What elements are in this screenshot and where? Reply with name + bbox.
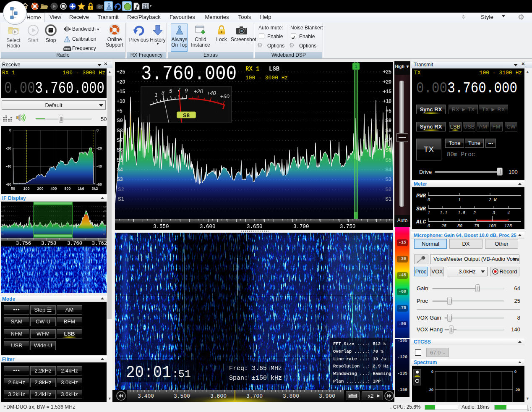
svg-text:+15: +15: [383, 89, 392, 94]
svg-text:-40: -40: [6, 164, 11, 168]
svg-text:ALC: ALC: [416, 219, 426, 225]
svg-text:0: 0: [431, 370, 433, 374]
svg-text:S5: S5: [385, 157, 391, 163]
svg-text:0.003.760.000: 0.003.760.000: [4, 79, 104, 97]
svg-text:S2: S2: [118, 186, 124, 192]
svg-text:S1: S1: [385, 196, 391, 202]
svg-text:25: 25: [441, 224, 446, 228]
svg-text:S1: S1: [1, 233, 4, 236]
svg-text:0: 0: [96, 128, 99, 132]
svg-text:400: 400: [50, 186, 57, 191]
svg-text:1: 1: [428, 211, 430, 215]
svg-text:800: 800: [64, 186, 70, 191]
svg-text:S5: S5: [103, 224, 105, 226]
svg-text:S1: S1: [103, 233, 105, 236]
svg-text:S8: S8: [183, 112, 190, 118]
svg-text:3.760.000: 3.760.000: [141, 63, 237, 85]
svg-text:50: 50: [457, 224, 462, 228]
svg-text:S4: S4: [117, 167, 123, 173]
svg-text:+10: +10: [383, 98, 392, 104]
svg-text:100: 100: [23, 186, 29, 191]
svg-text:-60: -60: [6, 182, 11, 186]
svg-text:1k6: 1k6: [78, 186, 84, 191]
svg-text:+20: +20: [1, 205, 5, 208]
svg-text:-40: -40: [96, 164, 102, 168]
svg-text:+20: +20: [194, 88, 203, 94]
svg-text:S5: S5: [1, 224, 4, 226]
svg-text:S4: S4: [385, 167, 391, 173]
svg-text:S7: S7: [117, 137, 123, 143]
svg-text:S3: S3: [385, 176, 391, 182]
svg-text:0: 0: [428, 224, 430, 228]
svg-text:+10: +10: [1, 210, 5, 213]
svg-text:0: 0: [514, 370, 516, 374]
svg-text:200: 200: [37, 186, 43, 191]
svg-text:S3: S3: [117, 176, 123, 182]
svg-text:+20: +20: [117, 79, 125, 85]
svg-text:0: 0: [428, 198, 430, 202]
svg-text:LSB: LSB: [269, 66, 280, 72]
svg-text:+25: +25: [383, 69, 392, 75]
svg-text:75: 75: [474, 224, 479, 228]
svg-text:S9: S9: [385, 118, 391, 123]
svg-text:-60: -60: [96, 182, 102, 186]
svg-text:S9: S9: [1, 215, 4, 217]
svg-text:100: 100: [488, 224, 496, 228]
svg-text:100 - 3000 Hz: 100 - 3000 Hz: [245, 75, 288, 81]
svg-text:S8: S8: [385, 128, 391, 134]
svg-text:S7: S7: [103, 219, 105, 222]
svg-text:5: 5: [169, 88, 172, 94]
svg-text:0.003.760.000: 0.003.760.000: [416, 80, 517, 97]
svg-text:S6: S6: [117, 147, 123, 153]
svg-text:20:01: 20:01: [126, 363, 171, 382]
svg-text:-20: -20: [428, 388, 433, 392]
svg-text:S2: S2: [385, 186, 391, 192]
svg-text:2 W: 2 W: [489, 198, 497, 202]
svg-text:S3: S3: [1, 228, 4, 231]
svg-text:1: 1: [458, 198, 461, 202]
svg-text:0: 0: [9, 128, 11, 132]
svg-text:+20: +20: [383, 79, 392, 85]
svg-text:+5: +5: [117, 108, 123, 114]
svg-text::51: :51: [172, 368, 191, 381]
svg-text:3: 3: [493, 211, 495, 215]
svg-text:S1: S1: [118, 196, 124, 202]
svg-text:50: 50: [11, 186, 15, 191]
svg-text:2: 2: [473, 211, 476, 215]
svg-text:+10: +10: [117, 98, 125, 104]
svg-text:3k2: 3k2: [91, 186, 98, 191]
svg-text:+10: +10: [103, 210, 107, 213]
svg-text:S9: S9: [117, 118, 123, 123]
svg-text:S7: S7: [1, 219, 4, 222]
svg-text:4: 4: [507, 211, 510, 215]
svg-text:+15: +15: [117, 89, 125, 94]
svg-text:RX 1: RX 1: [245, 66, 260, 72]
svg-text:S9: S9: [103, 215, 105, 217]
svg-text:S7: S7: [385, 137, 391, 143]
svg-text:-20: -20: [96, 146, 102, 150]
svg-text:1.1: 1.1: [440, 211, 447, 215]
svg-text:+60: +60: [220, 93, 230, 100]
svg-text:9: 9: [185, 87, 188, 94]
svg-text:125: 125: [504, 224, 512, 228]
svg-text:PWR: PWR: [416, 193, 426, 199]
svg-text:1: 1: [155, 92, 158, 98]
svg-text:+20: +20: [103, 205, 107, 208]
svg-text:SWR: SWR: [416, 206, 426, 212]
svg-text:S5: S5: [117, 157, 123, 163]
svg-text:+40: +40: [207, 90, 216, 96]
svg-text:1: 1: [355, 64, 357, 69]
svg-text:S6: S6: [385, 147, 391, 153]
svg-text:1.5: 1.5: [458, 211, 465, 215]
svg-text:S8: S8: [117, 128, 123, 134]
svg-text:-20: -20: [6, 146, 11, 150]
svg-text:S3: S3: [103, 228, 105, 231]
svg-text:+25: +25: [117, 69, 125, 75]
svg-text:+5: +5: [386, 108, 391, 114]
svg-text:-20: -20: [514, 388, 520, 392]
